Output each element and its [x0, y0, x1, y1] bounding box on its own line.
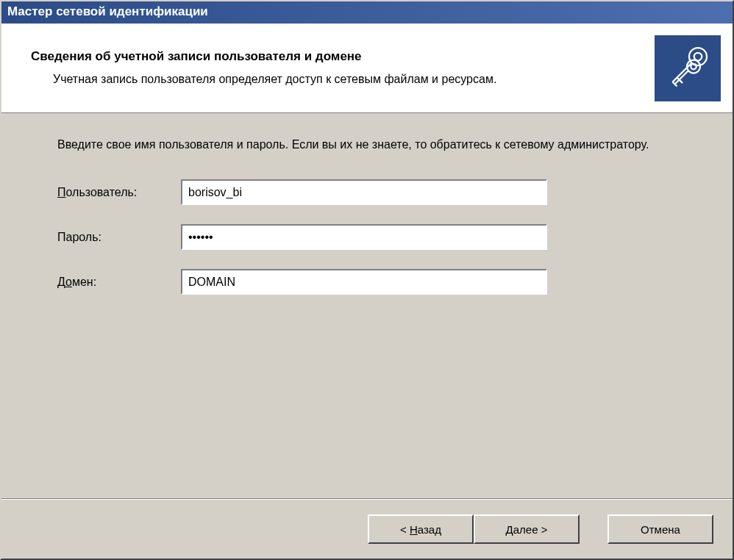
domain-input[interactable]	[181, 269, 547, 295]
user-input[interactable]	[181, 179, 547, 205]
header-title: Сведения об учетной записи пользователя …	[31, 49, 630, 64]
button-row: < Назад Далее > Отмена	[1, 500, 733, 559]
svg-line-2	[672, 63, 691, 82]
user-label: Пользователь:	[57, 186, 181, 199]
instructions-text: Введите свое имя пользователя и пароль. …	[57, 137, 660, 153]
header-subtitle: Учетная запись пользователя определяет д…	[31, 71, 560, 87]
password-row: Пароль:	[57, 224, 703, 250]
domain-label: Домен:	[57, 276, 181, 289]
back-button[interactable]: < Назад	[368, 514, 474, 544]
keys-icon	[655, 35, 721, 101]
svg-point-6	[691, 63, 696, 69]
wizard-header: Сведения об учетной записи пользователя …	[1, 24, 733, 113]
titlebar: Мастер сетевой идентификации	[1, 1, 733, 24]
wizard-window: Мастер сетевой идентификации Сведения об…	[0, 0, 734, 560]
svg-point-0	[689, 48, 707, 65]
password-label: Пароль:	[57, 231, 181, 244]
cancel-button[interactable]: Отмена	[607, 514, 713, 544]
window-title: Мастер сетевой идентификации	[7, 4, 208, 19]
svg-line-8	[679, 79, 683, 83]
user-row: Пользователь:	[57, 179, 703, 205]
domain-row: Домен:	[57, 269, 703, 295]
next-button[interactable]: Далее >	[474, 514, 580, 544]
nav-button-group: < Назад Далее >	[368, 514, 580, 544]
wizard-content: Введите свое имя пользователя и пароль. …	[1, 113, 733, 498]
password-input[interactable]	[181, 224, 547, 250]
header-text-block: Сведения об учетной записи пользователя …	[31, 49, 718, 87]
